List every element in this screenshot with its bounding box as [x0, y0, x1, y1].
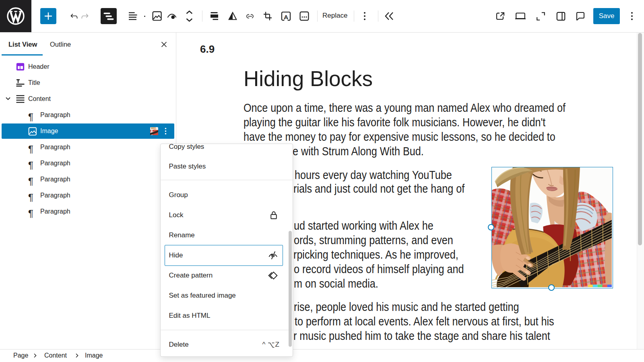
- svg-text:A: A: [284, 14, 288, 21]
